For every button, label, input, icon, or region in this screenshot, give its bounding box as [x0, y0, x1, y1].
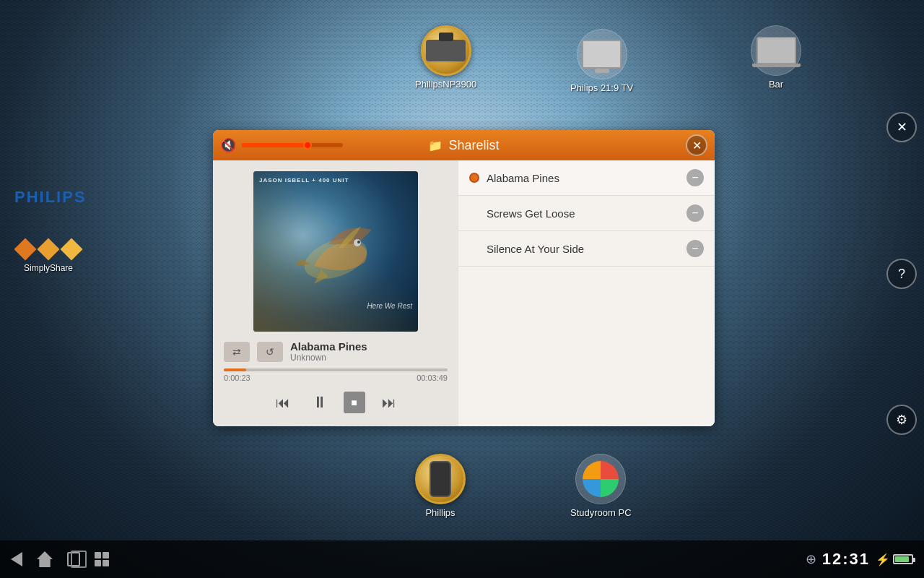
bar-icon [751, 25, 801, 76]
home-icon [37, 551, 53, 567]
shuffle-button[interactable]: ⇄ [224, 342, 250, 362]
remove-track-1[interactable]: − [687, 204, 704, 222]
volume-slider[interactable] [242, 143, 343, 147]
controls-row: ⇄ ↺ Alabama Pines Unknown [224, 340, 448, 363]
taskbar-left [11, 551, 109, 567]
diamond-1 [14, 238, 36, 260]
home-button[interactable] [37, 551, 53, 567]
pause-button[interactable]: ⏸ [307, 389, 333, 415]
player-left-panel: JASON ISBELL + 400 UNIT Here We Rest [213, 160, 458, 426]
taskbar: ⊕ 12:31 ⚡ [0, 540, 924, 578]
mute-icon[interactable]: 🔇 [220, 137, 236, 153]
pc-shape [583, 461, 619, 497]
player-title: 📁 Sharelist [428, 138, 499, 153]
clock: 12:31 [822, 550, 870, 569]
sharelist-icon: 📁 [428, 139, 443, 152]
simplyshare-logo: SimplyShare [14, 238, 82, 273]
playback-controls: ⏮ ⏸ ■ ⏭ [224, 389, 448, 415]
desktop-icon-philips-tv[interactable]: Philips 21:9 TV [570, 29, 633, 93]
track-artist: Unknown [290, 353, 448, 363]
remove-track-0[interactable]: − [687, 169, 704, 186]
diamond-3 [60, 238, 82, 260]
back-arrow-icon [11, 552, 22, 566]
bluetooth-icon: ⚡ [876, 553, 890, 566]
philips-logo-text: PHILIPS [14, 188, 87, 207]
player-playlist[interactable]: Alabama Pines − Screws Get Loose − Silen… [458, 160, 715, 426]
help-icon: ? [898, 267, 905, 282]
svg-point-2 [357, 241, 360, 243]
stop-button[interactable]: ■ [344, 392, 365, 413]
player-titlebar: 🔇 📁 Sharelist ✕ [213, 130, 715, 160]
battery-fill [895, 556, 909, 562]
battery-icon [893, 554, 913, 564]
settings-icon: ⚙ [896, 412, 907, 428]
player-title-text: Sharelist [448, 138, 499, 153]
progress-container: 0:00:23 00:03:49 [224, 368, 448, 382]
simplyshare-diamonds [14, 238, 82, 260]
philips-np3900-icon [421, 25, 471, 76]
current-time: 0:00:23 [224, 374, 250, 382]
studyroom-icon [575, 454, 626, 504]
recent-apps-button[interactable] [67, 552, 80, 566]
taskbar-right: ⊕ 12:31 ⚡ [806, 550, 913, 569]
close-desktop-icon: ✕ [897, 119, 907, 135]
playlist-item-2[interactable]: Silence At Your Side − [458, 231, 715, 267]
grid-button[interactable] [95, 552, 109, 566]
philips-tv-label: Philips 21:9 TV [570, 82, 633, 93]
phone-shape [430, 461, 451, 497]
playlist-track-name-1: Screws Get Loose [487, 207, 687, 220]
philips-logo: PHILIPS [14, 188, 87, 207]
player-window: 🔇 📁 Sharelist ✕ JASON ISBELL + 400 UNIT [213, 130, 715, 426]
desktop-icon-studyroom-pc[interactable]: Studyroom PC [570, 454, 632, 518]
time-row: 0:00:23 00:03:49 [224, 374, 448, 382]
progress-bar[interactable] [224, 368, 448, 371]
phillips-icon [415, 454, 466, 504]
playlist-item-1[interactable]: Screws Get Loose − [458, 196, 715, 231]
volume-dot [303, 141, 312, 150]
playlist-track-name-2: Silence At Your Side [487, 243, 687, 255]
recent-apps-icon [67, 552, 80, 566]
back-button[interactable] [11, 552, 22, 566]
progress-fill [224, 368, 246, 371]
desktop-icon-philips-np3900[interactable]: PhilipsNP3900 [415, 25, 476, 90]
prev-button[interactable]: ⏮ [270, 389, 296, 415]
playlist-item-0[interactable]: Alabama Pines − [458, 160, 715, 196]
desktop-icon-bar[interactable]: Bar [751, 25, 801, 90]
bar-label: Bar [769, 79, 783, 90]
close-desktop-button[interactable]: ✕ [886, 112, 917, 142]
grid-icon [95, 552, 109, 566]
repeat-button[interactable]: ↺ [257, 342, 283, 362]
phillips-label: Phillips [425, 507, 455, 518]
player-content: JASON ISBELL + 400 UNIT Here We Rest [213, 160, 715, 426]
playlist-track-name-0: Alabama Pines [487, 172, 687, 184]
album-art-subtitle: Here We Rest [367, 302, 412, 310]
player-close-button[interactable]: ✕ [686, 134, 707, 156]
active-dot [469, 173, 479, 183]
volume-fill [242, 143, 308, 147]
help-button[interactable]: ? [886, 259, 917, 289]
studyroom-pc-label: Studyroom PC [570, 507, 632, 518]
total-time: 00:03:49 [417, 374, 448, 382]
tv-shape [582, 40, 622, 69]
album-art-bird [285, 208, 386, 295]
track-title: Alabama Pines [290, 340, 448, 353]
album-art: JASON ISBELL + 400 UNIT Here We Rest [253, 171, 418, 332]
android-icon: ⊕ [806, 551, 816, 567]
np3900-shape [426, 40, 466, 61]
philips-np3900-label: PhilipsNP3900 [415, 79, 476, 90]
philips-tv-icon [577, 29, 627, 79]
status-icons: ⚡ [876, 553, 913, 566]
settings-button[interactable]: ⚙ [886, 405, 917, 435]
desktop-icon-phillips[interactable]: Phillips [415, 454, 466, 518]
next-button[interactable]: ⏭ [376, 389, 402, 415]
remove-track-2[interactable]: − [687, 240, 704, 257]
track-info: Alabama Pines Unknown [290, 340, 448, 363]
laptop-shape [757, 37, 796, 64]
album-art-title: JASON ISBELL + 400 UNIT [259, 177, 349, 184]
simplyshare-text: SimplyShare [24, 263, 73, 273]
diamond-2 [37, 238, 59, 260]
